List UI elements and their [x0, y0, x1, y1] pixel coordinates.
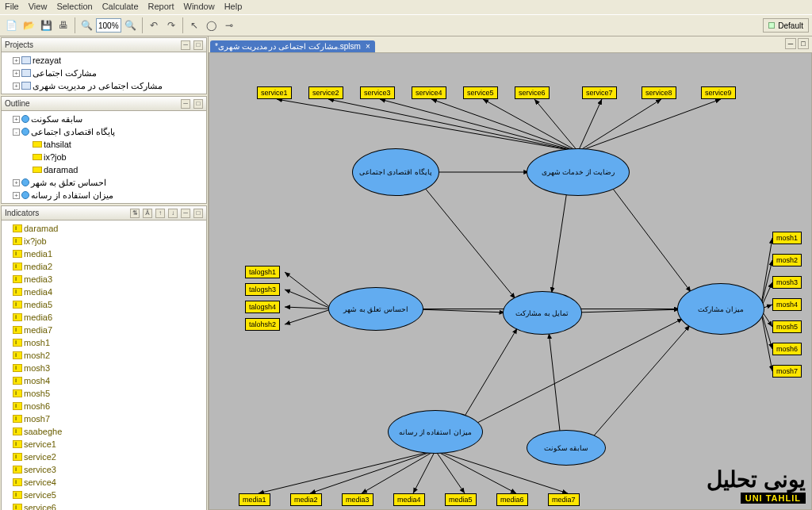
- menu-report[interactable]: Report: [148, 2, 174, 13]
- diagram-canvas[interactable]: پایگاه اقتصادی اجتماعیرضایت از خدمات شهر…: [209, 52, 812, 510]
- latent-variable[interactable]: رضایت از خدمات شهری: [527, 148, 630, 196]
- indicator-item[interactable]: service3: [3, 463, 205, 476]
- expand-icon[interactable]: +: [13, 57, 20, 64]
- indicator-box[interactable]: service8: [642, 86, 676, 99]
- sort-icon[interactable]: ⇅: [130, 209, 140, 218]
- project-item[interactable]: +مشارکت اجتماعی در مدیریت شهری: [3, 79, 205, 92]
- latent-variable[interactable]: میزان استفاده از رسانه: [388, 410, 483, 454]
- print-icon[interactable]: 🖶: [56, 17, 71, 33]
- indicator-box[interactable]: service4: [412, 86, 446, 99]
- indicator-item[interactable]: mosh7: [3, 412, 205, 425]
- indicator-box[interactable]: mosh3: [772, 276, 802, 289]
- indicator-box[interactable]: media4: [393, 493, 425, 506]
- indicator-box[interactable]: service7: [582, 86, 617, 99]
- model-tab[interactable]: *مشارکت اجتماعی در مدیریت شهری.splsm ×: [210, 40, 375, 52]
- circle-tool-icon[interactable]: ◯: [204, 17, 220, 33]
- latent-variable[interactable]: سابقه سکونت: [527, 430, 606, 466]
- open-icon[interactable]: 📂: [21, 17, 36, 33]
- projects-tree[interactable]: +rezayat +مشارکت اجتماعی +مشارکت اجتماعی…: [2, 52, 206, 94]
- indicator-item[interactable]: mosh5: [3, 387, 205, 400]
- expand-icon[interactable]: +: [13, 116, 20, 123]
- indicator-box[interactable]: service3: [360, 86, 395, 99]
- outline-item[interactable]: -پایگاه اقتصادی اجتماعی: [3, 125, 205, 138]
- expand-icon[interactable]: +: [13, 70, 20, 77]
- indicator-box[interactable]: media3: [342, 493, 373, 506]
- outline-item[interactable]: +میزان استفاده از رسانه: [3, 189, 205, 201]
- indicator-item[interactable]: mosh6: [3, 400, 205, 412]
- maximize-icon[interactable]: □: [193, 99, 203, 109]
- menu-help[interactable]: Help: [224, 2, 243, 13]
- indicator-item[interactable]: media4: [3, 286, 205, 298]
- indicator-item[interactable]: ix?job: [3, 235, 205, 247]
- indicator-box[interactable]: service5: [463, 86, 498, 99]
- indicator-box[interactable]: mosh7: [772, 365, 802, 378]
- indicator-box[interactable]: mosh6: [772, 343, 802, 355]
- maximize-icon[interactable]: □: [798, 38, 809, 49]
- indicator-item[interactable]: saabeghe: [3, 425, 205, 438]
- latent-variable[interactable]: پایگاه اقتصادی اجتماعی: [352, 148, 439, 196]
- indicator-item[interactable]: media2: [3, 260, 205, 273]
- expand-icon[interactable]: +: [13, 179, 20, 186]
- redo-icon[interactable]: ↷: [163, 17, 179, 33]
- new-icon[interactable]: 📄: [3, 17, 19, 33]
- indicator-box[interactable]: talogsh3: [245, 283, 280, 296]
- maximize-icon[interactable]: □: [193, 209, 203, 218]
- menu-calculate[interactable]: Calculate: [102, 2, 139, 13]
- indicator-box[interactable]: service9: [701, 86, 736, 99]
- indicator-box[interactable]: mosh1: [772, 232, 802, 244]
- indicator-item[interactable]: mosh2: [3, 349, 205, 362]
- arrow-icon[interactable]: ↖: [186, 17, 202, 33]
- outline-item[interactable]: +احساس تعلق به شهر: [3, 176, 205, 189]
- outline-item[interactable]: ix?job: [3, 151, 205, 163]
- outline-item[interactable]: +سابقه سکونت: [3, 113, 205, 125]
- indicator-box[interactable]: media5: [445, 493, 477, 506]
- indicator-item[interactable]: media1: [3, 247, 205, 260]
- indicator-box[interactable]: mosh4: [772, 298, 802, 311]
- minimize-icon[interactable]: ─: [785, 38, 796, 49]
- indicator-item[interactable]: mosh3: [3, 362, 205, 374]
- maximize-icon[interactable]: □: [193, 40, 203, 50]
- latent-variable[interactable]: تمایل به مشارکت: [503, 291, 582, 335]
- indicator-box[interactable]: talogsh1: [245, 266, 280, 278]
- indicator-box[interactable]: talogsh4: [245, 301, 280, 313]
- indicator-item[interactable]: media7: [3, 324, 205, 336]
- menu-selection[interactable]: Selection: [56, 2, 92, 13]
- indicator-box[interactable]: talohsh2: [245, 318, 280, 331]
- indicator-item[interactable]: service1: [3, 438, 205, 451]
- menu-window[interactable]: Window: [184, 2, 215, 13]
- indicator-box[interactable]: mosh2: [772, 254, 802, 267]
- zoom-in-icon[interactable]: 🔍: [123, 17, 139, 33]
- minimize-icon[interactable]: ─: [181, 99, 190, 109]
- indicator-box[interactable]: service6: [515, 86, 550, 99]
- sort-asc-icon[interactable]: ↑: [155, 209, 165, 218]
- latent-variable[interactable]: میزان مشارکت: [677, 283, 764, 335]
- zoom-level[interactable]: 100%: [96, 18, 121, 33]
- indicator-item[interactable]: service4: [3, 476, 205, 489]
- indicator-item[interactable]: daramad: [3, 222, 205, 235]
- indicator-box[interactable]: service2: [308, 86, 343, 99]
- indicator-item[interactable]: media6: [3, 311, 205, 324]
- sort-desc-icon[interactable]: ↓: [168, 209, 178, 218]
- expand-icon[interactable]: -: [13, 128, 20, 136]
- default-layout-button[interactable]: Default: [763, 18, 809, 33]
- expand-icon[interactable]: +: [13, 192, 20, 199]
- menu-view[interactable]: View: [29, 2, 48, 13]
- latent-variable[interactable]: احساس تعلق به شهر: [328, 287, 423, 331]
- zoom-out-icon[interactable]: 🔍: [79, 17, 94, 33]
- outline-item[interactable]: daramad: [3, 163, 205, 176]
- indicator-item[interactable]: service6: [3, 501, 205, 510]
- indicator-item[interactable]: service5: [3, 489, 205, 501]
- indicators-list[interactable]: daramadix?jobmedia1media2media3media4med…: [2, 220, 206, 510]
- indicator-box[interactable]: media7: [548, 493, 580, 506]
- indicator-box[interactable]: mosh5: [772, 320, 802, 333]
- outline-item[interactable]: tahsilat: [3, 138, 205, 151]
- indicator-item[interactable]: service2: [3, 451, 205, 463]
- indicator-item[interactable]: mosh1: [3, 336, 205, 349]
- indicator-item[interactable]: media3: [3, 273, 205, 286]
- indicator-box[interactable]: media1: [239, 493, 270, 506]
- outline-tree[interactable]: +سابقه سکونت-پایگاه اقتصادی اجتماعیtahsi…: [2, 111, 206, 203]
- project-item[interactable]: +rezayat: [3, 54, 205, 67]
- indicator-box[interactable]: media6: [496, 493, 528, 506]
- indicator-item[interactable]: media5: [3, 298, 205, 311]
- close-icon[interactable]: ×: [366, 42, 370, 51]
